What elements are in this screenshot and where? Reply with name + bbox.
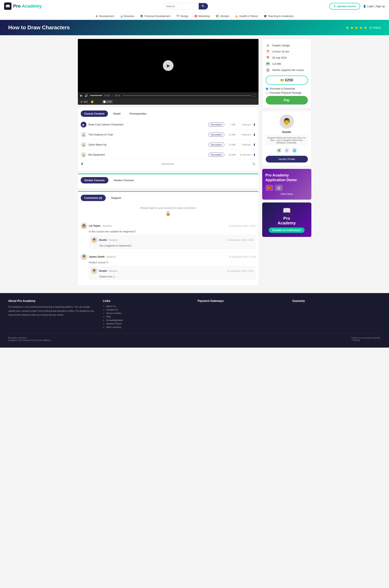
login-link[interactable]: 👤 Login | Sign up [363, 5, 385, 8]
play-button[interactable]: ▶ [163, 60, 173, 71]
tab-detail[interactable]: Detail [110, 110, 124, 117]
pay-button[interactable]: Pay [266, 96, 308, 104]
nav-item-design[interactable]: ✂️ Design [176, 15, 189, 18]
play-icon-1: ▶ [81, 122, 86, 128]
star-1: ★ [346, 25, 349, 30]
course-item-3: 🔒 Quick Warm-Up Description 25 MB 7 Minu… [81, 140, 256, 150]
nav-item-lifestyle[interactable]: 🌿 Lifestyle [216, 15, 229, 18]
vendor-icon-3[interactable]: 🌐 [292, 148, 297, 153]
size-item: 💾 113 MB [266, 61, 308, 67]
nav-item-teaching[interactable]: 🎓 Teaching & Academics [264, 15, 294, 18]
follow-text: Follow us on social networks: [352, 337, 381, 339]
description-btn-3[interactable]: Description [208, 143, 224, 147]
vendor-icon-2[interactable]: 🖥 [284, 148, 290, 153]
promo-app-banner[interactable]: Pro Academy Application Demo 🍎 🤖 Click H… [262, 169, 311, 200]
vendor-name: Dustin [266, 130, 308, 134]
vendor-profile-button[interactable]: Vendor Profile [266, 156, 308, 163]
tab-course-content[interactable]: Course Content [81, 110, 108, 117]
footer-links: Links About Us Contact Us Terms & Rules … [103, 299, 191, 329]
purchase-physical-option[interactable]: Purchase Physical Package [266, 91, 308, 94]
comments-container: Comments (4) Support Please login to you… [78, 191, 259, 285]
comment-1-role: (Student) [102, 225, 112, 227]
purchase-physical-radio[interactable] [266, 92, 268, 94]
vendor-icon-1[interactable]: 🌿 [276, 148, 282, 153]
logo-text: Pro Academy [13, 3, 42, 9]
reply-2-1-text: Thank's bro :) [99, 275, 254, 278]
comment-2: 👨 James Smith (Student) 15 December 2019… [81, 251, 256, 282]
android-icon[interactable]: 🤖 [275, 185, 283, 191]
purchase-options: Purchase & Download Purchase Physical Pa… [266, 87, 308, 94]
volume-slider[interactable] [90, 95, 102, 96]
nav-item-business[interactable]: 📊 Business [120, 15, 134, 18]
price-button[interactable]: 💳 €250 [266, 76, 308, 85]
video-screen: ▶ [78, 39, 259, 92]
purchase-download-option[interactable]: Purchase & Download [266, 87, 308, 90]
purchase-download-label: Purchase & Download [270, 87, 295, 90]
course-item-3-duration: 7 Minutes [238, 143, 251, 146]
fullscreen-icon[interactable]: ⛶ [253, 94, 256, 97]
description-btn-1[interactable]: Description [208, 123, 224, 127]
footer-link-contact[interactable]: Contact Us [106, 309, 191, 311]
documents-label: Documents [162, 163, 174, 165]
tab-support[interactable]: Support [107, 195, 125, 201]
tab-comments[interactable]: Comments (4) [81, 195, 106, 201]
duration-label: 13 hour 18 min [272, 50, 289, 53]
user-icon: 👤 [363, 5, 366, 8]
progress-bar[interactable] [123, 95, 251, 96]
reply-1-1-user: 👨 Dustin (Vendor) [91, 237, 117, 243]
price-label: €250 [285, 78, 293, 82]
volume-icon[interactable]: 🔊 [85, 94, 88, 97]
upload-arrow-icon: ⬆ [333, 5, 336, 8]
upload-course-button[interactable]: ⬆ Upload Course [329, 3, 360, 10]
nav-item-personal-dev[interactable]: 📚 Personal Development [140, 15, 170, 18]
search-button[interactable]: 🔍 [199, 3, 208, 9]
favorite-icon[interactable]: ⭐ [91, 100, 94, 103]
search-input[interactable] [163, 3, 199, 9]
codecanyon-logo-icon: 📖 [265, 207, 308, 214]
footer-link-learning[interactable]: Start Learning [106, 326, 191, 328]
footer-payment: Payment Gateways [198, 299, 286, 329]
download-icon-4[interactable]: ⬇ [253, 153, 256, 157]
play-pause-icon[interactable]: ▶ [80, 94, 83, 97]
duration-item: ⏰ 13 hour 18 min [266, 49, 308, 55]
nav-item-development[interactable]: 🖥 Development [95, 15, 114, 18]
star-4: ★ [359, 25, 363, 30]
promo-codecanyon-banner[interactable]: 📖 ProAcademy Availabe on Codecanyon [262, 203, 311, 237]
nav-item-marketing[interactable]: 🎯 Marketing [194, 15, 210, 18]
development-icon: 🖥 [95, 15, 98, 18]
download-icon-3[interactable]: ⬇ [253, 143, 256, 147]
course-item-2-title: The Anatomy of 'Cute' [89, 133, 206, 136]
footer-link-about[interactable]: About Us [106, 305, 191, 308]
reply-2-1: 👨 Dustin (Vendor) 15 December 2019 | 19:… [89, 266, 256, 280]
right-column: ⊞ Graphic Design ⏰ 13 hour 18 min 📅 29 J… [262, 39, 311, 285]
tab-similar-courses[interactable]: Similar Courses [81, 177, 108, 183]
promo-codecanyon-content: 📖 ProAcademy Availabe on Codecanyon [262, 203, 311, 237]
reply-2-1-header: 👨 Dustin (Vendor) 15 December 2019 | 19:… [91, 268, 254, 274]
footer-link-vendors[interactable]: Vendors Panel [106, 322, 191, 325]
footer-link-kb[interactable]: Knowledgebase [106, 319, 191, 321]
price-icon: 💳 [280, 79, 284, 82]
course-tabs-container: Course Content Detail Prerequisites ▶ Dr… [78, 108, 259, 171]
download-icon-1[interactable]: ⬇ [253, 123, 256, 127]
course-item-1: ▶ Draw Cute Cartoon Characters Descripti… [81, 120, 256, 130]
tab-prerequisites[interactable]: Prerequisites [126, 110, 150, 117]
purchase-download-radio[interactable] [266, 88, 268, 90]
description-btn-2[interactable]: Description [208, 133, 224, 137]
vendor-social-icons: 🌿 🖥 🌐 [266, 148, 308, 153]
tab-vendor-courses[interactable]: Vendor Courses [110, 177, 138, 183]
footer-link-faq[interactable]: FAQ [106, 315, 191, 318]
footer-link-terms[interactable]: Terms & Rules [106, 312, 191, 314]
footer: About Pro Academy Pro Academy is very pr… [0, 293, 389, 347]
footer-bottom-left: All rights reserved. Graphics from freep… [8, 337, 51, 342]
reply-1-1-time: 15 December 2019 | 19:58 [227, 239, 253, 241]
description-btn-4[interactable]: Description [208, 153, 224, 157]
lock-icon-4: 🔒 [81, 152, 86, 158]
share-icon[interactable]: ↗ [97, 100, 99, 103]
apple-icon[interactable]: 🍎 [265, 185, 273, 191]
course-item-1-title: Draw Cute Cartoon Characters [89, 123, 206, 126]
comments-tabs: Comments (4) Support [81, 195, 256, 201]
download-icon-2[interactable]: ⬇ [253, 133, 256, 137]
docs-download-icon[interactable]: ⬇ [81, 162, 83, 166]
nav-item-health[interactable]: 💪 Health & Fitness [235, 15, 258, 18]
reply-2-1-user: 👨 Dustin (Vendor) [91, 268, 117, 274]
